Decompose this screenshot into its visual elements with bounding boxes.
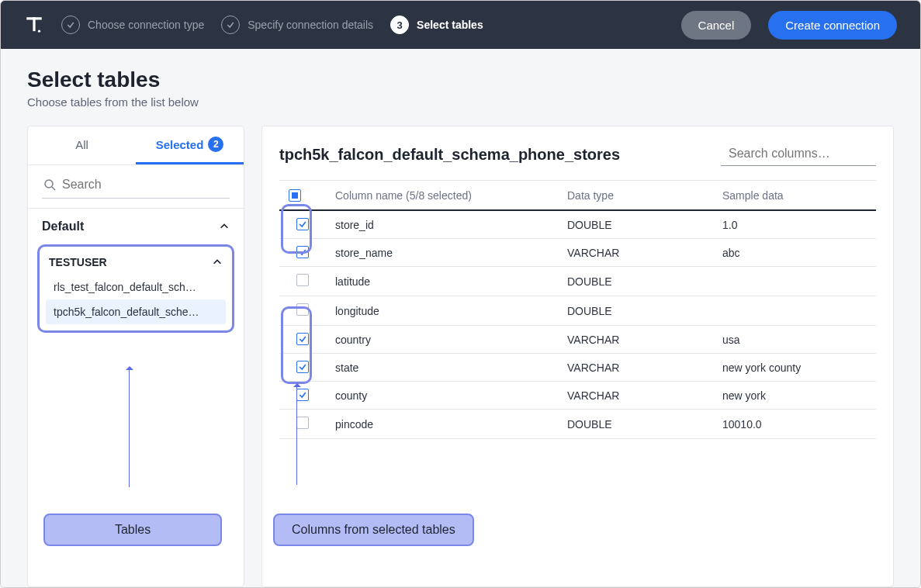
table-search[interactable] [42,175,230,199]
column-search-input[interactable] [729,147,884,161]
columns-panel: tpch5k_falcon_default_schema_phone_store… [261,126,894,587]
step-select-tables: 3 Select tables [390,16,483,34]
selected-count-badge: 2 [208,137,223,152]
column-row: longitudeDOUBLE [279,296,876,326]
top-bar: Choose connection type Specify connectio… [1,1,920,49]
column-type: DOUBLE [558,210,713,239]
column-name: country [326,326,558,354]
column-row: countyVARCHARnew york [279,382,876,410]
tables-panel: All Selected 2 Default [27,126,244,587]
column-sample: 1.0 [713,210,876,239]
column-search[interactable] [721,144,876,166]
group-default[interactable]: Default [28,209,244,244]
column-type: VARCHAR [558,326,713,354]
column-checkbox[interactable] [296,218,309,230]
column-row: stateVARCHARnew york county [279,354,876,382]
column-type: VARCHAR [558,354,713,382]
annotation-tables: Tables [43,514,222,546]
tab-label: Selected [156,138,204,151]
table-search-input[interactable] [62,178,228,192]
svg-line-4 [52,187,55,190]
col-header-name: Column name (5/8 selected) [326,181,558,211]
svg-point-3 [45,180,53,188]
column-checkbox[interactable] [296,333,309,345]
step-choose-connection: Choose connection type [61,16,204,34]
column-row: store_nameVARCHARabc [279,239,876,267]
column-sample [713,267,876,296]
column-name: longitude [326,296,558,326]
create-connection-button[interactable]: Create connection [768,11,897,40]
column-sample: new york [713,382,876,410]
page-subtitle: Choose tables from the list below [27,95,894,109]
column-type: DOUBLE [558,296,713,326]
column-checkbox[interactable] [296,274,309,286]
column-row: countryVARCHARusa [279,326,876,354]
column-name: store_id [326,210,558,239]
tab-all[interactable]: All [28,126,136,164]
step-number: 3 [390,16,409,34]
annotation-columns: Columns from selected tables [273,514,474,546]
col-header-type: Data type [558,181,713,211]
column-type: VARCHAR [558,382,713,410]
column-name: county [326,382,558,410]
column-name: pincode [326,410,558,439]
schema-header[interactable]: TESTUSER [46,251,226,275]
column-sample: 10010.0 [713,410,876,439]
cancel-button[interactable]: Cancel [681,11,752,40]
check-icon [61,16,80,34]
column-name: store_name [326,239,558,267]
step-label: Specify connection details [248,19,373,31]
column-sample: abc [713,239,876,267]
annotation-connector [129,367,130,487]
chevron-up-icon [212,257,223,268]
step-label: Choose connection type [88,19,204,31]
annotation-connector [296,384,297,485]
schema-group: TESTUSER rls_test_falcon_default_sch…tpc… [37,244,234,333]
column-sample: usa [713,326,876,354]
column-checkbox[interactable] [296,246,309,258]
search-icon [43,178,56,191]
select-all-checkbox[interactable] [289,189,301,202]
step-label: Select tables [417,19,483,31]
column-type: DOUBLE [558,410,713,439]
current-table-title: tpch5k_falcon_default_schema_phone_store… [279,146,620,164]
tab-selected[interactable]: Selected 2 [136,126,244,164]
table-item[interactable]: tpch5k_falcon_default_sche… [46,299,226,324]
tab-label: All [75,138,88,151]
column-name: latitude [326,267,558,296]
page-title: Select tables [27,67,894,92]
column-sample: new york county [713,354,876,382]
column-checkbox[interactable] [296,303,309,316]
column-sample [713,296,876,326]
step-details: Specify connection details [221,16,373,34]
column-checkbox[interactable] [296,361,309,373]
app-logo [24,15,44,35]
column-type: DOUBLE [558,267,713,296]
column-type: VARCHAR [558,239,713,267]
group-label: Default [42,220,84,233]
column-row: store_idDOUBLE1.0 [279,210,876,239]
chevron-up-icon [219,221,230,232]
table-item[interactable]: rls_test_falcon_default_sch… [46,275,226,299]
column-checkbox[interactable] [296,417,309,429]
svg-rect-1 [33,17,35,31]
col-header-sample: Sample data [713,181,876,211]
columns-table: Column name (5/8 selected) Data type Sam… [279,180,876,439]
column-name: state [326,354,558,382]
column-row: pincodeDOUBLE10010.0 [279,410,876,439]
check-icon [221,16,240,34]
column-checkbox[interactable] [296,389,309,401]
svg-point-2 [38,30,40,33]
column-row: latitudeDOUBLE [279,267,876,296]
schema-name: TESTUSER [49,256,107,268]
